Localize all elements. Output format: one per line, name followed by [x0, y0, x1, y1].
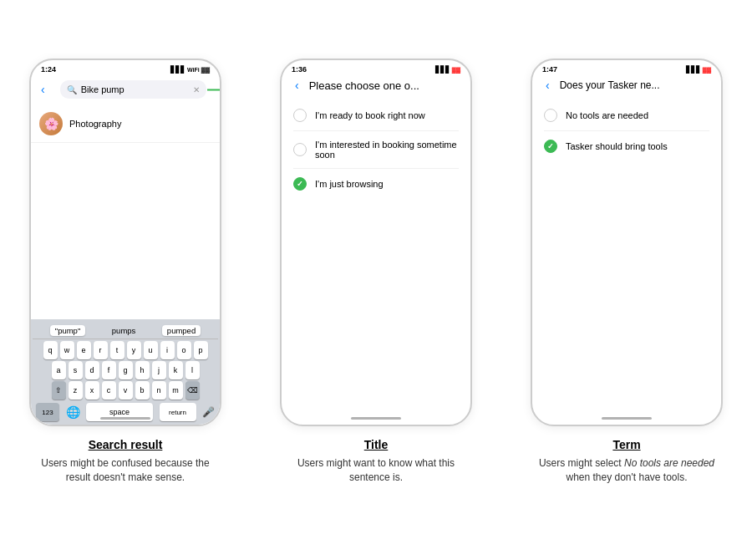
key-p[interactable]: p [194, 341, 208, 359]
home-indicator [100, 417, 150, 420]
key-a[interactable]: a [52, 361, 66, 379]
phone2-label-title: Title [280, 438, 472, 451]
phone3-radio-2-checked[interactable] [544, 140, 557, 153]
search-value: Bike pump [81, 84, 124, 94]
key-k[interactable]: k [169, 361, 183, 379]
suggestion-2[interactable]: pumps [107, 325, 141, 336]
search-result-item: 🌸 Photography [31, 105, 220, 143]
signal-icon: ▋▋▋ [170, 66, 185, 74]
phone3-wrapper: 1:47 ▋▋▋ ▓▓ ‹ Does your Tasker ne... No … [514, 59, 739, 426]
key-x[interactable]: x [85, 381, 99, 400]
keyboard-row-2: a s d f g h j k l [33, 361, 218, 379]
phone3-option-2[interactable]: Tasker should bring tools [532, 131, 721, 161]
back-button[interactable]: ‹ [38, 83, 48, 96]
key-w[interactable]: w [60, 341, 74, 359]
phone2-back-button[interactable]: ‹ [292, 79, 302, 92]
phones-row: 1:24 ▋▋▋ WiFi ▓▓ ‹ 🔍 Bike pump ✕ [13, 59, 739, 485]
phone2-wrapper: 1:36 ▋▋▋ ▓▓ ‹ Please choose one o... [263, 59, 489, 426]
phone3-status-icons: ▋▋▋ ▓▓ [686, 66, 711, 74]
phone1-status-bar: 1:24 ▋▋▋ WiFi ▓▓ [31, 60, 220, 75]
phone2-option-2[interactable]: I'm interested in booking sometime soon [282, 131, 470, 168]
phone1-label: Search result Users might be confused be… [29, 438, 221, 485]
wifi-icon: WiFi [187, 67, 200, 73]
key-m[interactable]: m [169, 381, 183, 400]
phone1: 1:24 ▋▋▋ WiFi ▓▓ ‹ 🔍 Bike pump ✕ [29, 59, 221, 426]
phone2-label-desc: Users might want to know what this sente… [280, 456, 472, 485]
key-g[interactable]: g [119, 361, 133, 379]
key-return[interactable]: return [160, 403, 196, 421]
phone2-status-bar: 1:36 ▋▋▋ ▓▓ [282, 60, 470, 75]
battery-icon: ▓▓ [201, 67, 210, 73]
key-123[interactable]: 123 [36, 403, 59, 421]
phone1-container: 1:24 ▋▋▋ WiFi ▓▓ ‹ 🔍 Bike pump ✕ [13, 59, 238, 485]
search-bar[interactable]: 🔍 Bike pump ✕ [60, 80, 206, 99]
key-i[interactable]: i [160, 341, 175, 359]
phone2-nav: ‹ Please choose one o... [282, 75, 470, 95]
phone1-nav: ‹ 🔍 Bike pump ✕ [31, 75, 220, 105]
key-v[interactable]: v [119, 381, 133, 400]
keyboard[interactable]: "pump" pumps pumped q w e r t y u i o [31, 319, 220, 425]
phone2-container: 1:36 ▋▋▋ ▓▓ ‹ Please choose one o... [263, 59, 489, 485]
home-indicator-3 [602, 417, 652, 420]
radio-2[interactable] [293, 143, 307, 156]
keyboard-row-3: ⇧ z x c v b n m ⌫ [33, 381, 218, 400]
key-f[interactable]: f [102, 361, 116, 379]
key-o[interactable]: o [177, 341, 191, 359]
suggestion-3[interactable]: pumped [162, 325, 201, 336]
phone3-label: Term Users might select No tools are nee… [531, 438, 723, 485]
phone2-option-3[interactable]: I'm just browsing [282, 169, 470, 199]
key-l[interactable]: l [185, 361, 200, 379]
key-delete[interactable]: ⌫ [185, 381, 200, 400]
key-t[interactable]: t [110, 341, 124, 359]
signal-icon: ▋▋▋ [435, 66, 450, 74]
phone3-radio-1[interactable] [544, 109, 557, 122]
suggestion-1[interactable]: "pump" [50, 325, 86, 336]
key-z[interactable]: z [69, 381, 83, 400]
phone1-label-desc: Users might be confused because the resu… [29, 456, 221, 485]
radio-3-checked[interactable] [293, 177, 307, 191]
phone3-label-title: Term [531, 438, 723, 451]
phone2-option-1[interactable]: I'm ready to book right now [282, 100, 470, 130]
phone3-page-title: Does your Tasker ne... [560, 79, 660, 91]
key-y[interactable]: y [127, 341, 141, 359]
phone1-time: 1:24 [41, 65, 56, 74]
key-h[interactable]: h [135, 361, 150, 379]
phone3-back-button[interactable]: ‹ [542, 79, 553, 92]
phone2-time: 1:36 [292, 65, 307, 74]
key-n[interactable]: n [152, 381, 166, 400]
search-icon: 🔍 [67, 85, 77, 94]
phone2: 1:36 ▋▋▋ ▓▓ ‹ Please choose one o... [280, 59, 472, 426]
phone2-status-icons: ▋▋▋ ▓▓ [435, 66, 460, 74]
key-d[interactable]: d [85, 361, 99, 379]
result-label: Photography [69, 119, 121, 129]
phone3-option-1[interactable]: No tools are needed [532, 100, 721, 130]
keyboard-row-4: 123 🌐 space return 🎤 [33, 401, 218, 423]
keyboard-suggestions: "pump" pumps pumped [33, 323, 218, 339]
phone3-option-2-label: Tasker should bring tools [566, 141, 668, 151]
option-2-label: I'm interested in booking sometime soon [315, 140, 459, 160]
battery-icon: ▓▓ [703, 67, 711, 73]
avatar: 🌸 [39, 112, 63, 135]
key-e[interactable]: e [77, 341, 91, 359]
key-r[interactable]: r [94, 341, 108, 359]
phone3-label-desc: Users might select No tools are needed w… [531, 456, 723, 485]
radio-1[interactable] [293, 109, 307, 122]
phone2-page-title: Please choose one o... [309, 79, 419, 92]
globe-icon[interactable]: 🌐 [66, 405, 80, 419]
battery-icon: ▓▓ [452, 67, 460, 73]
key-b[interactable]: b [135, 381, 150, 400]
clear-button[interactable]: ✕ [193, 85, 200, 94]
key-shift[interactable]: ⇧ [52, 381, 66, 400]
phone3-option-1-label: No tools are needed [566, 110, 648, 120]
mic-icon[interactable]: 🎤 [202, 406, 215, 418]
phone2-label: Title Users might want to know what this… [280, 438, 472, 485]
keyboard-row-1: q w e r t y u i o p [33, 341, 218, 359]
key-q[interactable]: q [43, 341, 58, 359]
signal-icon: ▋▋▋ [686, 66, 701, 74]
key-s[interactable]: s [69, 361, 83, 379]
key-j[interactable]: j [152, 361, 166, 379]
phone3-container: 1:47 ▋▋▋ ▓▓ ‹ Does your Tasker ne... No … [514, 59, 739, 485]
phone1-label-title: Search result [29, 438, 221, 451]
key-c[interactable]: c [102, 381, 116, 400]
key-u[interactable]: u [144, 341, 158, 359]
